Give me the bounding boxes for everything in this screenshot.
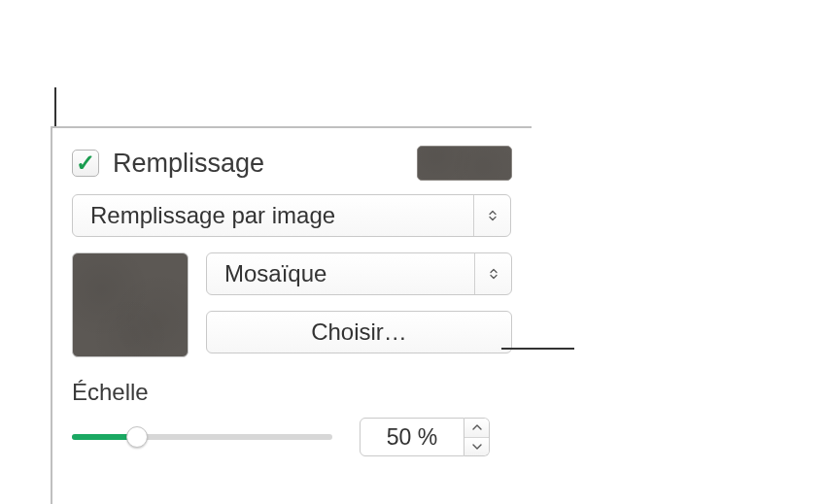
fill-header-row: ✓ Remplissage — [72, 146, 512, 181]
scale-value-group: 50 % — [360, 418, 490, 456]
chevron-updown-icon — [473, 195, 510, 236]
tile-mode-select[interactable]: Mosaïque — [206, 252, 512, 295]
choose-image-button[interactable]: Choisir… — [206, 311, 512, 353]
stepper-down-button[interactable] — [464, 438, 489, 456]
choose-button-label: Choisir… — [311, 319, 407, 346]
scale-value-field[interactable]: 50 % — [360, 418, 464, 456]
fill-inspector-panel: ✓ Remplissage Remplissage par image Mosa… — [51, 126, 532, 504]
image-fill-controls: Mosaïque Choisir… — [206, 252, 512, 357]
fill-checkbox[interactable]: ✓ — [72, 150, 99, 177]
chevron-updown-icon — [474, 253, 511, 294]
checkmark-icon: ✓ — [76, 151, 95, 175]
scale-stepper — [464, 418, 490, 456]
fill-label: Remplissage — [113, 149, 417, 179]
callout-line-right — [501, 348, 574, 350]
scale-row: 50 % — [72, 418, 512, 456]
fill-type-select[interactable]: Remplissage par image — [72, 194, 511, 237]
fill-color-swatch[interactable] — [417, 146, 512, 181]
fill-type-value: Remplissage par image — [73, 202, 473, 229]
stepper-up-button[interactable] — [464, 419, 489, 438]
scale-slider[interactable] — [72, 425, 332, 449]
slider-knob[interactable] — [126, 426, 148, 448]
fill-image-thumbnail[interactable] — [72, 252, 189, 357]
image-fill-row: Mosaïque Choisir… — [72, 252, 512, 357]
scale-label: Échelle — [72, 379, 512, 406]
tile-mode-value: Mosaïque — [207, 260, 474, 287]
